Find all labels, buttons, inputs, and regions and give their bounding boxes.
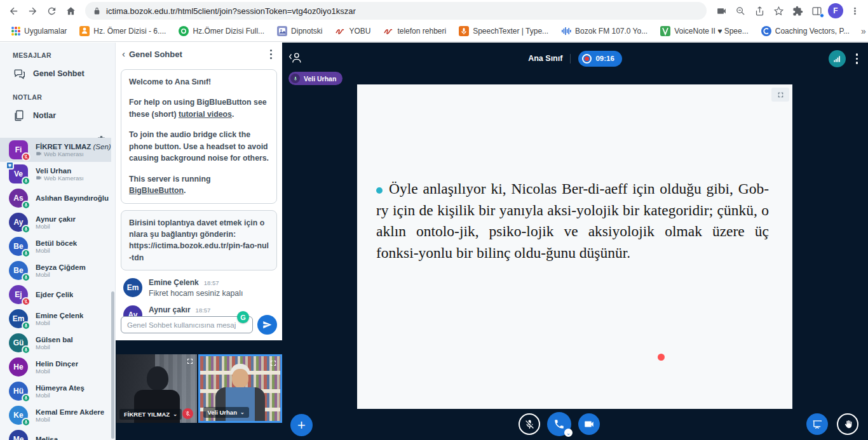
- grammarly-icon[interactable]: G: [237, 311, 249, 323]
- bookmark-item[interactable]: Hz.Ömer Dizisi Full...: [173, 24, 269, 38]
- bookmark-item[interactable]: Bozok FM 107.0 Yo...: [556, 24, 653, 38]
- chat-message: Em Emine Çelenk18:57 Fikret hocam sesini…: [116, 270, 282, 298]
- header-divider: [570, 54, 571, 63]
- user-list-item[interactable]: Be Betül böcekMobil: [0, 234, 111, 258]
- chat-options-menu-icon[interactable]: [266, 47, 276, 62]
- user-list-item[interactable]: Ay Aynur çakırMobil: [0, 210, 111, 234]
- slide-paragraph: Öyle anlaşılıyor ki, Nicolas Ber-di-aeff…: [376, 178, 769, 263]
- webcam-veli[interactable]: Veli Urhan⌄: [198, 354, 283, 423]
- invite-link[interactable]: https://ictima.bozok.edu.tr/pin-fao-nul-…: [129, 241, 269, 262]
- user-name: Gülsen bal: [36, 336, 73, 343]
- connection-status-icon[interactable]: [829, 50, 846, 67]
- sidebar-item-notes[interactable]: Notlar: [0, 105, 115, 126]
- user-list-item[interactable]: Hü Hümeyra AteşMobil: [0, 379, 111, 403]
- bookmark-item[interactable]: Coaching Vectors, P...: [756, 24, 855, 38]
- webcam-name-label[interactable]: Veli Urhan⌄: [203, 407, 249, 418]
- bigbluebutton-link[interactable]: BigBlueButton: [129, 186, 184, 195]
- voice-badge: [22, 345, 31, 354]
- user-name: Aslıhan Bayındıroğlu: [36, 194, 109, 202]
- user-avatar: As: [9, 189, 28, 208]
- user-list-item[interactable]: Me Melisa: [0, 427, 111, 440]
- presenter-pointer-dot: [658, 354, 665, 361]
- invite-message: Birisini toplantıya davet etmek için onl…: [121, 210, 277, 271]
- bookmark-item[interactable]: Dipnotski: [272, 24, 327, 38]
- reload-icon[interactable]: [43, 3, 60, 19]
- user-avatar: He: [9, 357, 28, 377]
- send-message-button[interactable]: [257, 315, 277, 335]
- zoom-out-icon[interactable]: [732, 3, 749, 19]
- audio-options-chevron[interactable]: ⌄: [564, 429, 573, 437]
- bookmark-favicon: [277, 26, 287, 36]
- chat-column: ‹ Genel Sohbet Welcome to Ana Sınıf! For…: [116, 43, 282, 440]
- talker-name: Veli Urhan: [304, 75, 336, 83]
- media-camera-icon[interactable]: [713, 3, 729, 19]
- user-name: Emine Çelenk: [36, 312, 83, 319]
- url-bar[interactable]: ictima.bozok.edu.tr/html5client/join?ses…: [85, 2, 707, 20]
- tutorial-videos-link[interactable]: tutorial videos: [179, 110, 232, 119]
- apps-grid-icon: [11, 27, 20, 36]
- url-text: ictima.bozok.edu.tr/html5client/join?ses…: [106, 6, 356, 16]
- chat-message-input[interactable]: [121, 316, 253, 333]
- user-name: Ejder Çelik: [36, 291, 73, 298]
- public-chat-panel: ‹ Genel Sohbet Welcome to Ana Sınıf! For…: [116, 43, 282, 340]
- messages-section-header: MESAJLAR: [0, 43, 115, 63]
- webcam-icon: [36, 150, 42, 157]
- bookmark-item[interactable]: Hz. Ömer Dizisi - 6....: [74, 24, 171, 38]
- bookmark-star-icon[interactable]: [770, 3, 787, 19]
- address-bar-row: ictima.bozok.edu.tr/html5client/join?ses…: [0, 0, 868, 22]
- user-list-item[interactable]: Be Beyza ÇiğdemMobil: [0, 258, 111, 283]
- chat-icon: [13, 67, 25, 80]
- sidebar-item-public-chat[interactable]: Genel Sohbet: [0, 63, 115, 84]
- user-list-item[interactable]: Gü Gülsen balMobil: [0, 331, 111, 355]
- options-menu-icon[interactable]: [853, 51, 861, 67]
- bookmark-item[interactable]: telefon rehberi: [378, 24, 451, 38]
- user-list-item[interactable]: Ke Kemal Emre AkdereMobil: [0, 403, 111, 427]
- user-list-item[interactable]: As Aslıhan Bayındıroğlu: [0, 186, 111, 210]
- user-avatar: Be: [9, 261, 28, 280]
- restore-presentation-button[interactable]: [806, 413, 828, 435]
- current-talker-indicator[interactable]: Veli Urhan: [288, 72, 342, 85]
- user-list-scrollbar[interactable]: [111, 291, 114, 439]
- webcam-fikret[interactable]: FİKRET YILMAZ⌄: [116, 354, 197, 423]
- forward-icon[interactable]: [24, 3, 41, 19]
- webcam-share-button[interactable]: [578, 413, 600, 435]
- user-list-item[interactable]: He Helin DinçerMobil: [0, 355, 111, 379]
- user-avatar: Ej: [9, 285, 28, 304]
- slide-fullscreen-icon[interactable]: [771, 88, 789, 102]
- user-avatar: Em: [9, 309, 28, 328]
- profile-avatar[interactable]: F: [827, 3, 844, 19]
- user-list-item[interactable]: Ve Veli Urhan Web Kamerası: [0, 162, 111, 186]
- side-panel-icon[interactable]: [808, 3, 825, 19]
- actions-plus-button[interactable]: +: [290, 414, 313, 436]
- audio-join-button[interactable]: ⌄: [547, 412, 571, 436]
- share-icon[interactable]: [751, 3, 768, 19]
- bbb-app: MESAJLAR Genel Sohbet NOTLAR Notlar KULL…: [0, 43, 868, 440]
- fullscreen-icon[interactable]: [186, 357, 194, 368]
- bookmark-item[interactable]: SpeechTexter | Type...: [454, 24, 553, 38]
- user-name: Betül böcek: [36, 239, 77, 247]
- raise-hand-button[interactable]: [837, 413, 858, 435]
- bookmark-item[interactable]: VoiceNote II ♥ Spee...: [655, 24, 754, 38]
- user-list-item[interactable]: Fi FİKRET YILMAZ (Sen) Web Kamerası: [0, 138, 111, 162]
- user-list-item[interactable]: Em Emine ÇelenkMobil: [0, 307, 111, 331]
- back-icon[interactable]: [5, 3, 22, 19]
- presentation-slide[interactable]: Öyle anlaşılıyor ki, Nicolas Ber-di-aeff…: [357, 84, 792, 409]
- apps-shortcut[interactable]: Uygulamalar: [6, 25, 72, 37]
- user-list-item[interactable]: Ej Ejder Çelik: [0, 283, 111, 307]
- chat-back-chevron[interactable]: ‹: [122, 48, 129, 60]
- user-name: Melisa: [36, 436, 58, 440]
- recording-indicator[interactable]: 09:16: [578, 51, 621, 67]
- bookmark-item[interactable]: YOBU: [330, 24, 376, 38]
- browser-menu-icon[interactable]: [846, 3, 863, 19]
- talker-mic-icon: [290, 74, 300, 83]
- chat-input-row: G: [121, 316, 277, 333]
- webcam-name-label[interactable]: FİKRET YILMAZ⌄: [119, 409, 182, 420]
- mute-toggle-button[interactable]: [519, 413, 540, 435]
- welcome-message: Welcome to Ana Sınıf! For help on using …: [121, 69, 277, 204]
- message-avatar: Em: [123, 278, 142, 297]
- extensions-icon[interactable]: [789, 3, 806, 19]
- fullscreen-icon[interactable]: [269, 359, 278, 370]
- more-bookmarks-chevron[interactable]: »: [857, 26, 868, 36]
- user-name: Kemal Emre Akdere: [36, 408, 104, 416]
- home-icon[interactable]: [62, 3, 79, 19]
